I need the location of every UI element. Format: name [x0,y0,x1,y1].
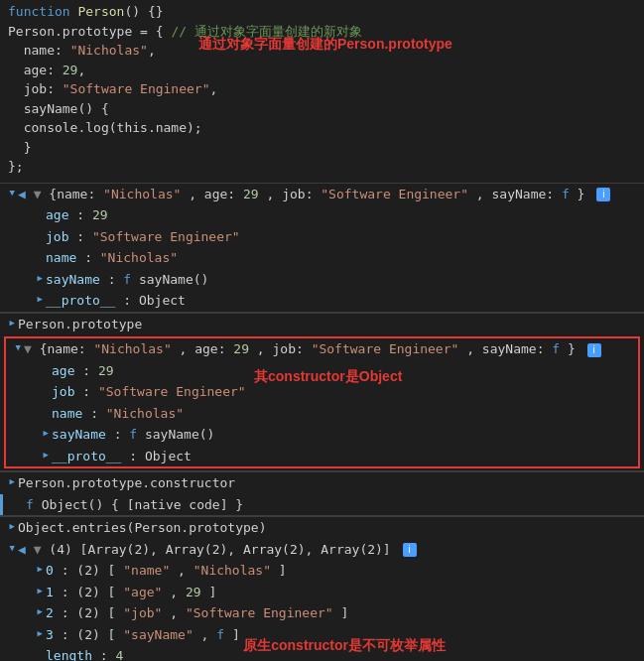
gutter-entry-3[interactable] [28,625,46,639]
console-row-entries-label[interactable]: Object.entries(Person.prototype) [0,517,644,539]
gutter-entry-2[interactable] [28,603,46,617]
code-line-2: Person.prototype = { // 通过对象字面量创建的新对象 [8,22,636,42]
console-row-age2: age : 29 [6,360,638,382]
row-job2: job : "Software Engineer" [52,382,638,402]
console-row-obj1[interactable]: ◀ ▼ {name: "Nicholas" , age: 29 , job: "… [0,184,644,205]
arrow-right-entry-2[interactable] [38,603,43,617]
arrow-right-pp[interactable] [10,315,15,329]
gutter-2[interactable] [6,339,24,353]
arrow-down-2[interactable] [16,339,21,353]
console-row-entries-obj[interactable]: ◀ ▼ (4) [Array(2), Array(2), Array(2), A… [0,539,644,561]
info-icon-1[interactable]: i [596,188,610,201]
row-age2: age : 29 [52,361,638,381]
console-section-1: ◀ ▼ {name: "Nicholas" , age: 29 , job: "… [0,183,644,312]
arrow-right-sayname2[interactable] [44,425,49,439]
console-row-entry-1[interactable]: 1 : (2) [ "age" , 29 ] [0,582,644,603]
code-line-4: age: 29, [8,61,636,80]
console-section-entries: Object.entries(Person.prototype) ◀ ▼ (4)… [0,516,644,661]
code-line-6: sayName() { [8,99,636,119]
code-line-7: console.log(this.name); [8,118,636,138]
row-entry-1: 1 : (2) [ "age" , 29 ] [46,583,644,602]
console-section-constructor: Person.prototype.constructor f Object() … [0,471,644,515]
console-row-job1: job : "Software Engineer" [0,226,644,248]
gutter-entry-0[interactable] [28,561,46,575]
gutter-entries[interactable] [0,518,18,532]
code-line-1: function Person () {} [8,2,636,22]
arrow-down-1[interactable] [10,185,15,198]
arrow-right-entry-0[interactable] [38,561,43,575]
arrow-right-ppc[interactable] [10,473,15,487]
console-row-entry-3[interactable]: 3 : (2) [ "sayName" , f ] [0,624,644,646]
fn-person: Person [77,2,124,22]
info-icon-2[interactable]: i [587,343,601,357]
row-content-1: ◀ ▼ {name: "Nicholas" , age: 29 , job: "… [18,185,644,204]
gutter-proto2[interactable] [34,447,52,461]
row-entry-0: 0 : (2) [ "name" , "Nicholas" ] [46,561,644,581]
console-row-proto1[interactable]: __proto__ : Object [0,290,644,312]
console-row-obj2[interactable]: ▼ {name: "Nicholas" , age: 29 , job: "So… [6,338,638,360]
row-name2: name : "Nicholas" [52,404,638,424]
main-wrapper: function Person () {} Person.prototype =… [0,0,644,661]
gutter-sayname1[interactable] [28,270,46,284]
console-row-name1: name : "Nicholas" [0,247,644,269]
row-pp: Person.prototype [18,315,644,334]
row-sayname1: sayName : f sayName() [46,270,644,290]
arrow-right-entry-1[interactable] [38,583,43,596]
arrow-right-entry-3[interactable] [38,625,43,639]
console-row-sayname2[interactable]: sayName : f sayName() [6,424,638,446]
code-comment: // 通过对象字面量创建的新对象 [171,22,361,42]
row-objfn: f Object() { [native code] } [26,495,644,515]
info-icon-3[interactable]: i [403,543,417,557]
arrow-right-proto1[interactable] [38,291,43,305]
console-row-person-prototype[interactable]: Person.prototype [0,314,644,335]
gutter-entries-obj[interactable] [0,540,18,554]
row-job1: job : "Software Engineer" [46,227,644,247]
console-row-entry-2[interactable]: 2 : (2) [ "job" , "Software Engineer" ] [0,602,644,624]
code-line-3: name: "Nicholas", [8,41,636,61]
row-entries-label: Object.entries(Person.prototype) [18,518,644,538]
row-entries-obj: ◀ ▼ (4) [Array(2), Array(2), Array(2), A… [18,540,644,560]
code-block: function Person () {} Person.prototype =… [0,0,644,183]
row-sayname2: sayName : f sayName() [52,425,638,445]
row-name1: name : "Nicholas" [46,248,644,268]
console-row-proto2[interactable]: __proto__ : Object [6,446,638,467]
console-row-length: length : 4 [0,645,644,661]
gutter-ppc[interactable] [0,473,18,487]
keyword-function: function [8,2,70,22]
gutter-proto1[interactable] [28,291,46,305]
row-entry-3: 3 : (2) [ "sayName" , f ] [46,625,644,645]
console-row-name2: name : "Nicholas" [6,403,638,425]
arrow-right-proto2[interactable] [44,447,49,461]
gutter-sayname2[interactable] [34,425,52,439]
arrow-right-sayname1[interactable] [38,270,43,284]
console-section-prototype-label: Person.prototype [0,313,644,335]
gutter-pp[interactable] [0,315,18,329]
console-row-sayname1[interactable]: sayName : f sayName() [0,269,644,291]
arrow-right-entries[interactable] [10,518,15,532]
row-proto1: __proto__ : Object [46,291,644,311]
code-line-5: job: "Software Engineer", [8,79,636,99]
row-age1: age : 29 [46,205,644,225]
row-ppc: Person.prototype.constructor [18,473,644,493]
console-row-entry-0[interactable]: 0 : (2) [ "name" , "Nicholas" ] [0,560,644,582]
row-entry-2: 2 : (2) [ "job" , "Software Engineer" ] [46,603,644,623]
row-content-2: ▼ {name: "Nicholas" , age: 29 , job: "So… [24,339,638,359]
console-row-job2: job : "Software Engineer" [6,381,638,403]
code-line-9: }; [8,157,636,177]
highlighted-section: ▼ {name: "Nicholas" , age: 29 , job: "So… [4,336,640,468]
row-length: length : 4 [46,646,644,661]
console-row-age1: age : 29 [0,204,644,226]
gutter-1[interactable] [0,185,18,198]
console-row-object-fn: f Object() { [native code] } [0,494,644,516]
gutter-entry-1[interactable] [28,583,46,596]
code-line-8: } [8,138,636,158]
arrow-down-entries[interactable] [10,540,15,554]
row-proto2: __proto__ : Object [52,447,638,466]
console-row-person-prototype-constructor[interactable]: Person.prototype.constructor [0,472,644,494]
